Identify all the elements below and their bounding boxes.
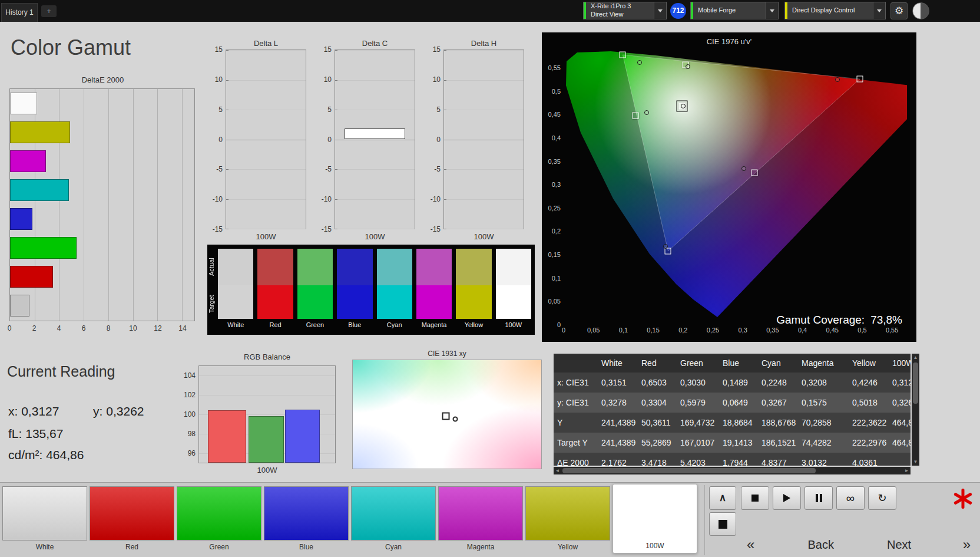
swatch-target bbox=[496, 285, 531, 319]
scroll-down-icon[interactable]: ▼ bbox=[912, 458, 919, 466]
cie31-measured-marker bbox=[453, 417, 458, 422]
display-control-dropdown[interactable]: Direct Display Control bbox=[784, 2, 886, 19]
deltae-x-tick-label: 0 bbox=[8, 324, 12, 332]
table-cell: 0,1575 bbox=[798, 393, 849, 413]
tick-mark bbox=[226, 169, 229, 170]
stop-button[interactable] bbox=[741, 486, 769, 510]
table-row: x: CIE310,31510,65030,30300,14890,22480,… bbox=[554, 373, 911, 393]
continuous-read-button[interactable]: ∞ bbox=[836, 486, 865, 510]
table-vertical-scrollbar[interactable]: ▲ ▼ bbox=[912, 354, 919, 466]
table-header-cell: White bbox=[598, 354, 638, 373]
add-tab-button[interactable]: + bbox=[41, 5, 57, 17]
gamut-coverage: Gamut Coverage:73,8% bbox=[776, 314, 902, 327]
cie-x-tick-label: 0,3 bbox=[739, 327, 747, 334]
patch-list-up-button[interactable]: ∧ bbox=[709, 486, 736, 510]
x-value: 0,3127 bbox=[21, 404, 59, 418]
loop-button[interactable]: ↻ bbox=[868, 486, 896, 510]
vertical-scrollbar-thumb[interactable] bbox=[913, 362, 918, 404]
pause-icon bbox=[816, 494, 822, 502]
patch-red[interactable] bbox=[90, 486, 174, 540]
gridline bbox=[444, 50, 524, 51]
patch-cyan[interactable] bbox=[351, 486, 436, 540]
current-reading-title: Current Reading bbox=[7, 363, 115, 380]
cie-x-tick-label: 0,25 bbox=[707, 327, 719, 334]
delta_l-y-tick-label: -5 bbox=[216, 165, 223, 173]
meter-status-badge[interactable]: 712 bbox=[670, 3, 686, 19]
delta-h-y-axis: 151050-5-10-15 bbox=[426, 50, 442, 229]
source-device-name: Mobile Forge bbox=[698, 6, 761, 15]
delta_c-y-tick-label: 0 bbox=[327, 136, 332, 144]
swatch-actual bbox=[416, 249, 452, 285]
scroll-up-icon[interactable]: ▲ bbox=[912, 354, 919, 361]
delta-c-plot bbox=[335, 50, 415, 229]
patch-yellow[interactable] bbox=[525, 486, 610, 540]
deltae-bar-red bbox=[10, 266, 53, 288]
patch-window-button[interactable] bbox=[709, 512, 736, 536]
tick-mark bbox=[444, 110, 446, 110]
pause-button[interactable] bbox=[804, 486, 833, 510]
tick-mark bbox=[444, 80, 446, 81]
cie-x-tick-label: 0,4 bbox=[798, 327, 807, 334]
delta_h-y-tick-label: -15 bbox=[431, 225, 441, 233]
swatch-column-blue: Blue bbox=[337, 249, 372, 332]
tick-mark bbox=[335, 110, 337, 110]
table-cell: 0,3208 bbox=[798, 373, 849, 393]
swatch-label: White bbox=[218, 319, 253, 332]
scroll-right-icon[interactable]: ► bbox=[903, 467, 911, 474]
next-button[interactable]: Next » bbox=[881, 535, 976, 555]
patch-label: Yellow bbox=[525, 543, 610, 551]
table-cell: 0,1489 bbox=[719, 373, 758, 393]
gridline bbox=[335, 110, 415, 110]
table-horizontal-scrollbar[interactable]: ◄ ► bbox=[554, 467, 911, 474]
gridline bbox=[226, 229, 306, 229]
actual-target-swatch-strip: Actual Target WhiteRedGreenBlueCyanMagen… bbox=[207, 245, 535, 335]
patch-green[interactable] bbox=[177, 486, 261, 540]
scroll-left-icon[interactable]: ◄ bbox=[554, 467, 561, 474]
gridline bbox=[226, 50, 306, 51]
status-circle-button[interactable] bbox=[912, 2, 929, 19]
cie1931-panel bbox=[352, 360, 542, 469]
rgb-bar-blue bbox=[285, 410, 320, 463]
rgb-balance-y-axis: 1041021009896 bbox=[184, 365, 197, 463]
play-button[interactable] bbox=[773, 486, 801, 510]
meter-dropdown[interactable]: X-Rite i1Pro 3 Direct View bbox=[583, 2, 667, 19]
patch-white[interactable] bbox=[2, 486, 87, 540]
cdm2-value: 464,86 bbox=[46, 448, 84, 462]
tick-mark bbox=[226, 110, 229, 110]
horizontal-scrollbar-thumb[interactable] bbox=[562, 468, 816, 473]
deltae-bar-yellow bbox=[10, 121, 70, 143]
gridline bbox=[335, 50, 415, 51]
swatch-actual bbox=[456, 249, 491, 285]
patch-100w-selected[interactable]: 100W bbox=[612, 484, 697, 553]
delta-l-x-label: 100W bbox=[226, 232, 306, 241]
delta-c-chart-title: Delta C bbox=[335, 39, 415, 48]
cie-target-marker-red bbox=[856, 76, 863, 83]
table-header-cell: Yellow bbox=[849, 354, 889, 373]
history-tab[interactable]: History 1 bbox=[1, 3, 38, 22]
meter-dropdown-arrow[interactable] bbox=[654, 2, 666, 19]
gridline bbox=[226, 110, 306, 110]
tick-mark bbox=[335, 199, 337, 200]
patch-label: Red bbox=[90, 543, 174, 551]
cdm2-label: cd/m²: bbox=[8, 448, 42, 462]
table-cell: 0,5018 bbox=[849, 393, 889, 413]
table-cell: 169,4732 bbox=[677, 413, 719, 433]
back-button[interactable]: « Back bbox=[741, 535, 840, 555]
delta_c-y-tick-label: 15 bbox=[324, 45, 332, 54]
patch-magenta[interactable] bbox=[438, 486, 523, 540]
tick-mark bbox=[444, 50, 446, 51]
table-cell: 50,3611 bbox=[638, 413, 677, 433]
settings-button[interactable]: ⚙ bbox=[890, 2, 908, 19]
patch-blue[interactable] bbox=[264, 486, 349, 540]
measuring-indicator-icon bbox=[949, 486, 976, 511]
source-dropdown[interactable]: Mobile Forge bbox=[690, 2, 779, 19]
app-root: History 1 + X-Rite i1Pro 3 Direct View 7… bbox=[0, 0, 980, 557]
display-control-dropdown-arrow[interactable] bbox=[873, 2, 885, 19]
deltae-bar-100w bbox=[10, 295, 29, 317]
deltae-bar-magenta bbox=[10, 150, 46, 172]
table-header-cell: Cyan bbox=[758, 354, 798, 373]
swatch-actual bbox=[297, 249, 333, 285]
gridline bbox=[199, 375, 335, 376]
deltae2000-chart: DeltaE 2000 02468101214 bbox=[9, 75, 196, 336]
source-dropdown-arrow[interactable] bbox=[766, 2, 778, 19]
